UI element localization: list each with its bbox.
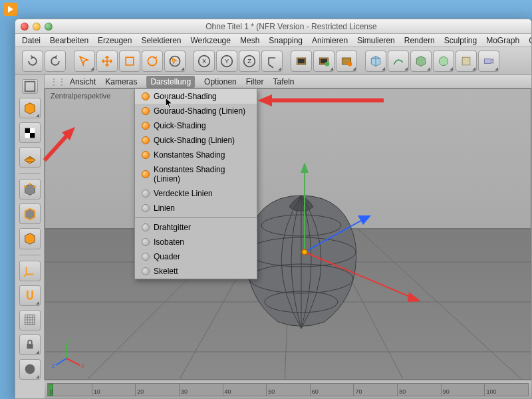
svg-point-26 [23, 185, 26, 188]
select-tool[interactable] [74, 51, 95, 72]
menu-mograph[interactable]: MoGraph [486, 36, 519, 45]
redo-button[interactable] [45, 51, 66, 72]
vp-menu-darstellung[interactable]: Darstellung [146, 76, 195, 88]
timeline-track[interactable]: 0102030405060708090100 [47, 383, 529, 396]
svg-rect-18 [484, 59, 491, 63]
svg-point-16 [439, 57, 448, 65]
menu-simulieren[interactable]: Simulieren [357, 36, 395, 45]
shading-mode-icon [142, 238, 150, 246]
shading-mode-icon [142, 170, 150, 178]
window-title: Ohne Titel 1 * (NFR Version - Restricted… [57, 22, 526, 31]
darstellung-dropdown: Gouraud-ShadingGouraud-Shading (Linien)Q… [134, 88, 257, 279]
viewport-menubar: ⋮⋮ Ansicht Kameras Darstellung Optionen … [45, 75, 531, 88]
svg-rect-10 [298, 59, 305, 63]
timeline-tick: 20 [135, 384, 179, 396]
dropdown-item-label: Drahtgitter [154, 223, 191, 232]
viewport-solo-toggle[interactable] [19, 359, 41, 380]
camera-button[interactable] [478, 51, 499, 72]
render-settings-button[interactable] [336, 51, 357, 72]
primitive-cube-button[interactable] [365, 51, 386, 72]
svg-text:x: x [81, 362, 84, 369]
dropdown-item-label: Isobaten [154, 237, 184, 247]
timeline-tick: 50 [266, 384, 310, 396]
axis-z-lock[interactable]: Z [239, 51, 260, 72]
svg-text:Y: Y [225, 58, 229, 65]
undo-button[interactable] [22, 51, 43, 72]
menu-werkzeuge[interactable]: Werkzeuge [190, 36, 230, 45]
dropdown-item[interactable]: Gouraud-Shading (Linien) [135, 104, 257, 118]
dropdown-item[interactable]: Quick-Shading [135, 118, 257, 133]
dropdown-item[interactable]: Skelett [135, 264, 257, 279]
tutorial-play-button[interactable] [4, 3, 17, 16]
menu-bearbeiten[interactable]: Bearbeiten [50, 36, 88, 45]
timeline-tick-label: 40 [225, 388, 231, 395]
minimize-icon[interactable] [33, 23, 41, 31]
mode-polygons[interactable] [19, 228, 41, 249]
dropdown-item[interactable]: Konstantes Shading [135, 148, 257, 162]
menu-char[interactable]: Char [529, 36, 532, 45]
vp-menu-filter[interactable]: Filter [246, 77, 264, 86]
dropdown-item[interactable]: Isobaten [135, 235, 257, 249]
dropdown-item[interactable]: Quick-Shading (Linien) [135, 133, 257, 148]
dropdown-item[interactable]: Verdeckte Linien [135, 186, 257, 201]
dropdown-item[interactable]: Linien [135, 201, 257, 215]
mode-points[interactable] [19, 179, 41, 200]
timeline-tick: 30 [179, 384, 223, 396]
vp-menu-optionen[interactable]: Optionen [204, 77, 237, 86]
menu-sculpting[interactable]: Sculpting [444, 36, 477, 45]
deformer-button[interactable] [433, 51, 454, 72]
dropdown-item[interactable]: Gouraud-Shading [135, 89, 257, 104]
rail-view-icon[interactable] [22, 79, 38, 94]
close-icon[interactable] [21, 23, 29, 31]
viewport[interactable]: Zentralperspektive [45, 88, 531, 380]
dropdown-item[interactable]: Drahtgitter [135, 220, 257, 235]
svg-point-25 [33, 185, 36, 188]
zoom-icon[interactable] [45, 23, 53, 31]
menu-rendern[interactable]: Rendern [404, 36, 435, 45]
axis-y-lock[interactable]: Y [216, 51, 237, 72]
vp-grip-icon: ⋮⋮ [50, 77, 66, 86]
svg-text:X: X [202, 58, 206, 65]
generator-button[interactable] [410, 51, 432, 72]
menu-snapping[interactable]: Snapping [269, 36, 303, 45]
svg-line-35 [358, 229, 524, 380]
dropdown-item-label: Konstantes Shading (Linien) [154, 165, 250, 184]
vp-menu-ansicht[interactable]: Ansicht [70, 77, 96, 86]
vp-menu-tafeln[interactable]: Tafeln [273, 77, 294, 86]
timeline[interactable]: 0102030405060708090100 [45, 380, 531, 398]
soft-select-toggle[interactable] [19, 310, 41, 331]
main-menubar: Datei Bearbeiten Erzeugen Selektieren We… [15, 34, 531, 47]
mode-workplane[interactable] [19, 147, 41, 168]
svg-marker-57 [257, 94, 272, 106]
dropdown-item[interactable]: Konstantes Shading (Linien) [135, 162, 257, 186]
vp-menu-kameras[interactable]: Kameras [105, 77, 137, 86]
lastused-tool[interactable] [164, 51, 186, 72]
mode-edges[interactable] [19, 203, 41, 224]
menu-selektieren[interactable]: Selektieren [141, 36, 181, 45]
axis-x-lock[interactable]: X [194, 51, 215, 72]
coord-system-button[interactable] [261, 51, 283, 72]
annotation-arrow-icon [38, 120, 84, 167]
mode-model[interactable] [19, 98, 41, 118]
timeline-tick: 90 [441, 384, 485, 396]
move-tool[interactable] [96, 51, 118, 72]
spline-button[interactable] [388, 51, 409, 72]
timeline-tick: 80 [397, 384, 441, 396]
scene-button[interactable] [456, 51, 477, 72]
svg-text:z: z [52, 362, 55, 369]
axis-toggle[interactable] [19, 261, 41, 281]
scale-tool[interactable] [119, 51, 140, 72]
render-pv-button[interactable] [313, 51, 334, 72]
lock-toggle[interactable] [19, 334, 41, 355]
menu-erzeugen[interactable]: Erzeugen [98, 36, 132, 45]
dropdown-item-label: Verdeckte Linien [154, 189, 213, 198]
annotation-arrow-icon [257, 94, 384, 107]
render-button[interactable] [291, 51, 312, 72]
mode-texture[interactable] [19, 122, 41, 143]
rotate-tool[interactable] [142, 51, 163, 72]
menu-animieren[interactable]: Animieren [312, 36, 348, 45]
menu-mesh[interactable]: Mesh [240, 36, 259, 45]
dropdown-item[interactable]: Quader [135, 249, 257, 264]
snap-toggle[interactable] [19, 285, 41, 306]
menu-datei[interactable]: Datei [22, 36, 41, 45]
